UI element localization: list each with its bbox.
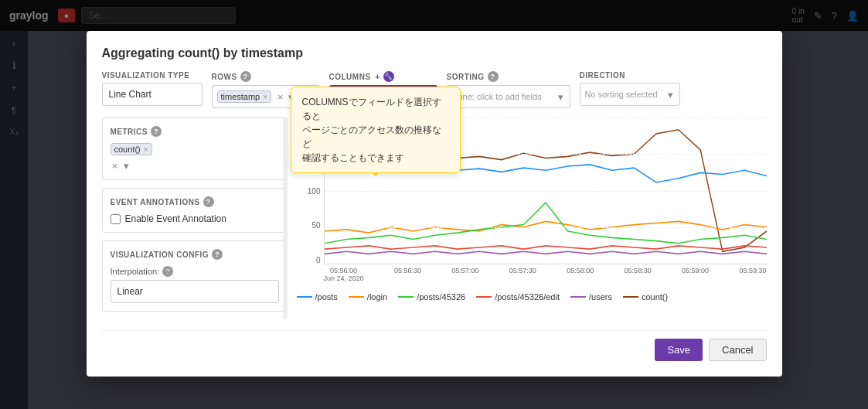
legend-posts45326-label: /posts/45326	[417, 292, 465, 302]
interpolation-help[interactable]: ?	[162, 266, 173, 277]
aggregation-modal: Aggregating count() by timestamp VISUALI…	[87, 31, 782, 377]
metrics-panel-title: METRICS ?	[111, 126, 279, 137]
sorting-label: SORTING ?	[447, 71, 570, 82]
x-label-3: 05:57:30	[509, 267, 536, 274]
legend-posts-label: /posts	[315, 292, 338, 302]
viz-config-panel: VISUALIZATION CONFIG ? Interpolation: ? …	[102, 240, 288, 312]
sorting-group: SORTING ? None: click to add fields ▾	[447, 71, 570, 108]
grid-line-50	[325, 227, 767, 228]
x-label-7: 05:59:30	[739, 267, 766, 274]
enable-annotation-checkbox[interactable]	[111, 214, 121, 224]
sorting-placeholder: None: click to add fields	[452, 92, 542, 101]
rows-tag-remove[interactable]: ×	[263, 93, 267, 101]
chart-x-axis: 05:56:00 Jun 24, 2020 05:56:30 05:57:00 …	[324, 264, 767, 288]
sorting-help-icon[interactable]: ?	[488, 71, 499, 82]
rows-label: ROWS ?	[212, 71, 320, 82]
rows-clear-btn[interactable]: ×	[276, 91, 285, 103]
direction-label: DIRECTION	[580, 71, 680, 80]
callout-line2: ページごとのアクセス数の推移など	[302, 123, 449, 151]
sorting-input[interactable]: None: click to add fields ▾	[447, 85, 570, 108]
columns-wrapper: COLUMNS + 🔧 resource × × ▾ COLU	[329, 71, 437, 108]
grid-line-100	[325, 191, 767, 192]
callout-tooltip: COLUMNSでフィールドを選択すると ページごとのアクセス数の推移など 確認す…	[291, 87, 461, 173]
event-annotations-title: EVENT ANNOTATIONS ?	[111, 196, 279, 207]
direction-expand-btn[interactable]: ▾	[666, 89, 675, 101]
save-button[interactable]: Save	[655, 339, 703, 361]
x-label-0: 05:56:00 Jun 24, 2020	[324, 267, 364, 282]
legend-posts45326: /posts/45326	[398, 292, 465, 302]
metrics-clear-btn[interactable]: ×	[111, 160, 120, 172]
legend-login-label: /login	[367, 292, 387, 302]
columns-label: COLUMNS + 🔧	[329, 71, 437, 82]
legend-login-line	[349, 296, 364, 298]
legend-posts-line	[297, 296, 312, 298]
legend-login: /login	[349, 292, 387, 302]
legend-users-label: /users	[589, 292, 612, 302]
metrics-help-icon[interactable]: ?	[151, 126, 162, 137]
users-line	[325, 251, 767, 254]
viz-type-label: VISUALIZATION TYPE	[102, 71, 203, 80]
legend-posts: /posts	[297, 292, 338, 302]
rows-tag: timestamp ×	[217, 90, 272, 103]
legend-count-label: count()	[642, 292, 668, 302]
enable-annotation-text: Enable Event Annotation	[125, 213, 226, 224]
x-label-1: 05:56:30	[394, 267, 421, 274]
columns-help-icon[interactable]: 🔧	[383, 71, 394, 82]
modal-form-row-top: VISUALIZATION TYPE Line Chart ROWS ? tim…	[102, 71, 767, 108]
viz-type-group: VISUALIZATION TYPE Line Chart	[102, 71, 203, 106]
chart-legend: /posts /login /posts/45326 /posts/45326/…	[297, 292, 767, 302]
viz-config-help[interactable]: ?	[212, 249, 223, 260]
y-label-100: 100	[308, 187, 321, 196]
viz-config-title: VISUALIZATION CONFIG ?	[111, 249, 279, 260]
direction-value: No sorting selected	[585, 90, 658, 99]
legend-count-line	[623, 296, 638, 298]
metrics-count-tag: count() ×	[111, 143, 152, 155]
posts45326-line	[325, 203, 767, 244]
metrics-panel: METRICS ? count() × × ▾	[102, 118, 288, 180]
legend-users-line	[570, 296, 586, 298]
legend-posts45326edit-line	[476, 296, 492, 298]
interpolation-select[interactable]: Linear	[111, 280, 279, 303]
cancel-button[interactable]: Cancel	[709, 339, 766, 361]
event-annotations-help[interactable]: ?	[203, 196, 214, 207]
event-annotations-panel: EVENT ANNOTATIONS ? Enable Event Annotat…	[102, 188, 288, 233]
legend-posts45326-line	[398, 296, 414, 298]
modal-title: Aggregating count() by timestamp	[102, 46, 767, 60]
y-label-0: 0	[316, 256, 321, 264]
interpolation-label: Interpolation: ?	[111, 266, 279, 277]
modal-left-panel: METRICS ? count() × × ▾ EVENT ANNOTATI	[102, 118, 288, 319]
x-label-4: 05:58:00	[567, 267, 594, 274]
sorting-expand-btn[interactable]: ▾	[557, 91, 565, 103]
direction-input[interactable]: No sorting selected ▾	[580, 83, 680, 106]
legend-posts45326edit: /posts/45326/edit	[476, 292, 560, 302]
callout-line3: 確認することもできます	[302, 151, 449, 165]
legend-users: /users	[570, 292, 612, 302]
enable-annotation-label[interactable]: Enable Event Annotation	[111, 213, 279, 224]
direction-group: DIRECTION No sorting selected ▾	[580, 71, 680, 106]
posts45326edit-line	[325, 246, 767, 249]
metrics-tag-remove[interactable]: ×	[144, 145, 148, 154]
y-label-50: 50	[311, 221, 320, 230]
metrics-down-btn[interactable]: ▾	[122, 160, 131, 172]
metrics-tags: count() ×	[111, 143, 279, 155]
legend-count: count()	[623, 292, 668, 302]
viz-type-select[interactable]: Line Chart	[102, 83, 203, 106]
columns-add-link[interactable]: +	[376, 73, 380, 81]
legend-posts45326edit-label: /posts/45326/edit	[495, 292, 560, 302]
left-panel-scrollbar[interactable]	[283, 118, 288, 319]
callout-line1: COLUMNSでフィールドを選択すると	[302, 95, 449, 123]
rows-help-icon[interactable]: ?	[240, 71, 251, 82]
modal-footer: Save Cancel	[102, 330, 767, 361]
x-label-5: 05:58:30	[625, 267, 652, 274]
x-label-6: 05:59:00	[682, 267, 709, 274]
x-label-2: 05:57:00	[451, 267, 478, 274]
